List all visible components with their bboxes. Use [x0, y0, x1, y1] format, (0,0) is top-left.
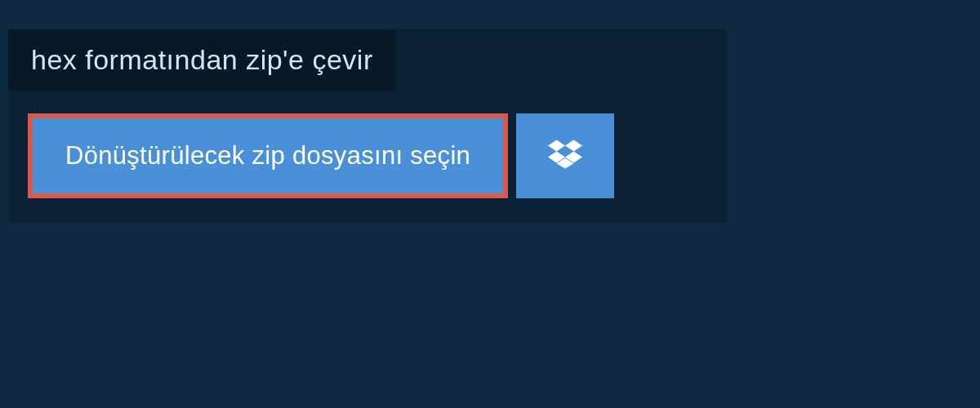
select-file-label: Dönüştürülecek zip dosyasını seçin	[65, 141, 470, 170]
tab-label: hex formatından zip'e çevir	[31, 44, 373, 75]
converter-panel: hex formatından zip'e çevir Dönüştürülec…	[8, 29, 727, 223]
dropbox-button[interactable]	[516, 113, 614, 198]
select-file-button[interactable]: Dönüştürülecek zip dosyasını seçin	[28, 113, 508, 198]
button-row: Dönüştürülecek zip dosyasını seçin	[8, 91, 727, 223]
dropbox-icon	[548, 137, 582, 175]
tab-title: hex formatından zip'e çevir	[8, 29, 396, 91]
